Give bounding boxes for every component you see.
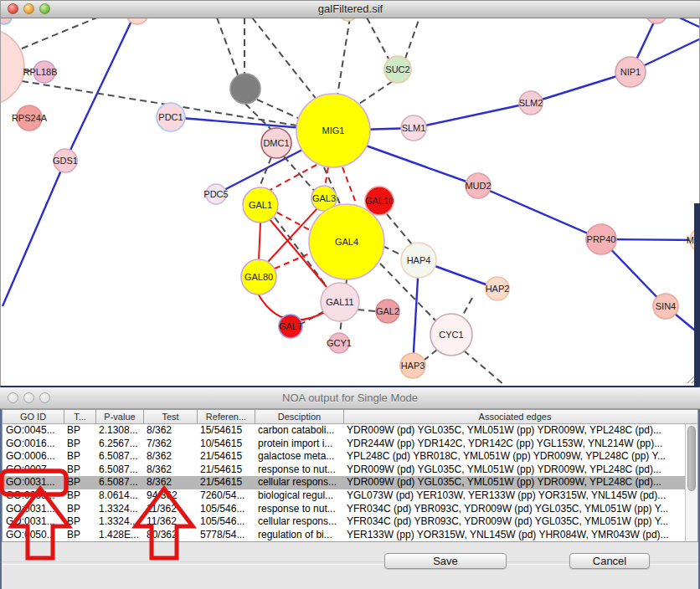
minimize-button[interactable]	[23, 3, 34, 14]
table-cell: 7260/54...	[197, 489, 255, 503]
table-cell: YFR034C (pd) YBR093C, YDR009W (pd) YGL03…	[343, 515, 686, 529]
table-row[interactable]: GO:0031...BP1.3324...11/362105/546...res…	[3, 503, 697, 516]
column-header-t-[interactable]: T...	[64, 410, 95, 423]
graph-edge-blue	[478, 186, 601, 239]
table-cell: YDR244W (pp) YDR142C, YDR142C (pp) YGL15…	[343, 438, 686, 451]
window-controls	[8, 3, 50, 14]
node-label-NIP1: NIP1	[620, 67, 641, 77]
node-label-MIG1: MIG1	[322, 125, 345, 136]
node-label-GAL10: GAL10	[365, 196, 394, 206]
table-cell: 1.3324...	[95, 503, 143, 516]
table-cell: BP	[64, 438, 95, 451]
table-cell: 94/362	[143, 489, 197, 503]
table-cell: 21/54615	[197, 450, 255, 464]
table-cell: GO:0016...	[3, 438, 64, 451]
column-header-desciption[interactable]: Desciption	[255, 410, 343, 423]
cancel-button[interactable]: Cancel	[569, 553, 650, 569]
table-cell: 6.5087...	[95, 464, 143, 477]
node-gray-node[interactable]	[230, 74, 260, 104]
close-button[interactable]	[8, 392, 18, 403]
table-cell: GO:0007...	[3, 464, 64, 477]
noa-titlebar[interactable]: NOA output for Single Mode	[0, 387, 700, 409]
table-row[interactable]: GO:0050...BP1.428E...80/3625778/54...reg…	[3, 529, 697, 542]
graph-edge-gray	[425, 350, 437, 360]
graph-edge-gray	[359, 81, 393, 104]
table-cell: 10/54615	[197, 438, 255, 451]
save-button[interactable]: Save	[384, 553, 507, 569]
graph-edge-gray	[462, 298, 472, 316]
graph-edge-gray	[405, 18, 419, 59]
table-cell: GO:0031...	[3, 515, 64, 529]
column-header-associated-edges[interactable]: Associated edges	[343, 410, 686, 423]
table-cell: 15/54615	[197, 424, 255, 438]
node-label-RPS24A: RPS24A	[12, 113, 48, 123]
zoom-button[interactable]	[39, 392, 50, 403]
node-label-HAP4: HAP4	[407, 255, 431, 265]
table-cell: 6.5087...	[95, 450, 143, 464]
node-left-large[interactable]	[1, 28, 24, 105]
column-header-referen-[interactable]: Referen...	[197, 410, 255, 423]
table-cell: 21/54615	[197, 476, 255, 489]
node-label-SUC2: SUC2	[385, 64, 409, 74]
minimize-button[interactable]	[23, 392, 34, 403]
table-cell: response to nut...	[255, 464, 343, 477]
noa-window-controls	[8, 392, 50, 403]
graph-edge-gray	[257, 100, 300, 119]
zoom-button[interactable]	[39, 3, 50, 14]
table-cell: BP	[64, 424, 95, 438]
table-row[interactable]: GO:0045...BP2.1308...8/36215/54615carbon…	[3, 424, 697, 438]
node-label-GAL2: GAL2	[376, 306, 399, 316]
scrollbar-thumb[interactable]	[687, 426, 696, 491]
node-label-PDC5: PDC5	[203, 189, 228, 199]
table-cell: YGL073W (pd) YER103W, YER133W (pp) YOR31…	[343, 489, 686, 503]
noa-window-title: NOA output for Single Mode	[0, 387, 700, 408]
column-header-p-value[interactable]: P-value	[95, 410, 143, 423]
table-body: GO:0045...BP2.1308...8/36215/54615carbon…	[3, 424, 697, 541]
node-label-GAL1: GAL1	[249, 200, 272, 210]
graph-edge-blue	[414, 103, 531, 128]
graph-edge-gray	[387, 214, 412, 244]
close-button[interactable]	[8, 3, 18, 14]
table-cell: 6.5087...	[95, 476, 143, 489]
column-header-go-id[interactable]: GO ID	[3, 410, 64, 423]
table-cell: BP	[64, 464, 95, 477]
button-panel: Save Cancel	[2, 542, 698, 589]
graph-edge-blue	[413, 264, 419, 366]
table-cell: YER133W (pp) YOR315W, YNL145W (pd) YHR08…	[343, 529, 686, 542]
node-label-DMC1: DMC1	[263, 138, 289, 148]
graph-edge-gray	[464, 351, 504, 385]
node-label-HAP2: HAP2	[486, 284, 510, 294]
graph-titlebar[interactable]: galFiltered.sif	[1, 0, 700, 18]
table-cell: BP	[64, 489, 95, 503]
table-cell: YDR009W (pd) YGL035C, YML051W (pp) YDR00…	[343, 424, 686, 438]
table-cell: 8/362	[143, 424, 197, 438]
table-cell: 11/362	[143, 515, 197, 529]
table-row[interactable]: GO:0016...BP6.2567...7/36210/54615protei…	[3, 438, 697, 451]
table-row[interactable]: GO:0031...BP6.5087...8/36221/54615cellul…	[3, 476, 697, 489]
table-header[interactable]: GO IDT...P-valueTestReferen...Desciption…	[3, 410, 697, 424]
table-cell: galactose meta...	[255, 450, 343, 464]
table-cell: GO:0031...	[3, 503, 64, 516]
node-label-SLM2: SLM2	[519, 98, 543, 108]
table-row[interactable]: GO:0007...BP6.5087...8/36221/54615respon…	[3, 464, 697, 477]
table-cell: biological regul...	[255, 489, 343, 503]
column-header-test[interactable]: Test	[143, 410, 197, 423]
table-cell: 8.0614...	[95, 489, 143, 503]
vertical-scrollbar[interactable]	[685, 424, 697, 541]
graph-edge-gray	[337, 18, 350, 95]
network-canvas[interactable]: RPL18BRPS24AGDS1PDC1SUC2SLM1SLM2NIP1MUD2…	[1, 0, 700, 386]
graph-edge-gray	[259, 157, 271, 189]
table-cell: cellular respons...	[255, 476, 343, 489]
graph-edge-gray	[252, 18, 317, 100]
graph-edge-gray	[217, 18, 239, 77]
table-row[interactable]: GO:0006...BP6.5087...8/36221/54615galact…	[3, 450, 697, 464]
table-cell: 1.428E...	[95, 529, 143, 542]
node-label-GCY1: GCY1	[327, 338, 352, 348]
table-cell: GO:0050...	[3, 529, 64, 542]
table-cell: YDR009W (pd) YGL035C, YML051W (pp) YDR00…	[343, 464, 686, 477]
graph-edge-blue	[3, 161, 65, 306]
graph-window-title: galFiltered.sif	[1, 1, 700, 18]
table-row[interactable]: GO:0031...BP1.3324...11/362105/546...cel…	[3, 515, 697, 529]
table-row[interactable]: GO:0065...BP8.0614...94/3627260/54...bio…	[3, 489, 697, 503]
graph-edge-gray	[358, 310, 376, 311]
